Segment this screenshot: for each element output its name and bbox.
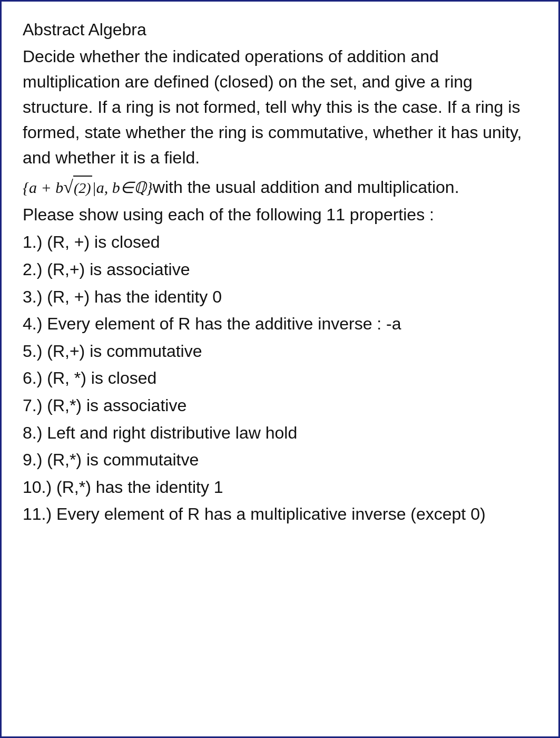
list-item: 5.) (R,+) is commutative xyxy=(23,338,537,365)
list-item: 4.) Every element of R has the additive … xyxy=(23,311,537,337)
list-item: 3.) (R, +) has the identity 0 xyxy=(23,284,537,310)
math-set-line: {a + b√(2)|a, b∈ℚ} with the usual additi… xyxy=(23,174,537,200)
list-item: 7.) (R,*) is associative xyxy=(23,393,537,419)
list-item: 8.) Left and right distributive law hold xyxy=(23,420,537,446)
list-item: 11.) Every element of R has a multiplica… xyxy=(23,501,537,528)
properties-list: 1.) (R, +) is closed 2.) (R,+) is associ… xyxy=(23,229,537,528)
list-item: 9.) (R,*) is commutaitve xyxy=(23,447,537,473)
list-item: 1.) (R, +) is closed xyxy=(23,229,537,256)
set-condition: |a, b∈ℚ} xyxy=(92,176,153,199)
set-suffix: with the usual addition and multiplicati… xyxy=(153,174,459,200)
page-container: Abstract Algebra Decide whether the indi… xyxy=(0,0,560,738)
set-open-brace: { xyxy=(23,176,29,199)
page-title: Abstract Algebra xyxy=(23,17,537,42)
sqrt-expression: √(2) xyxy=(63,176,92,199)
math-expression: a + b xyxy=(29,176,63,199)
list-item: 10.) (R,*) has the identity 1 xyxy=(23,474,537,501)
please-show-text: Please show using each of the following … xyxy=(23,202,537,227)
list-item: 2.) (R,+) is associative xyxy=(23,257,537,283)
intro-text: Decide whether the indicated operations … xyxy=(23,44,537,170)
list-item: 6.) (R, *) is closed xyxy=(23,365,537,392)
